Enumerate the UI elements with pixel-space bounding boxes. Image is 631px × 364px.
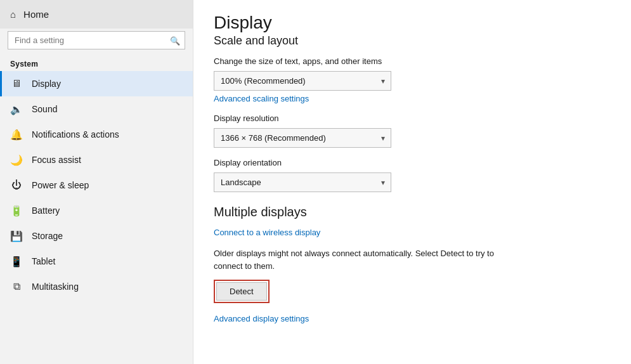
sidebar-item-power[interactable]: ⏻ Power & sleep [0, 172, 193, 198]
orientation-dropdown-wrapper: Landscape ▾ [214, 172, 391, 192]
sidebar-item-notifications-label: Notifications & actions [32, 129, 119, 140]
tablet-icon: 📱 [10, 255, 23, 268]
home-icon: ⌂ [10, 9, 16, 20]
detect-button[interactable]: Detect [216, 282, 267, 301]
sound-icon: 🔈 [10, 103, 23, 115]
detect-button-wrapper: Detect [214, 280, 270, 303]
multitasking-icon: ⧉ [10, 280, 23, 293]
sidebar-item-tablet-label: Tablet [32, 256, 55, 266]
sidebar-home-button[interactable]: ⌂ Home [0, 0, 193, 29]
scale-dropdown-wrapper: 100% (Recommended) ▾ [214, 71, 391, 91]
notifications-icon: 🔔 [10, 128, 23, 141]
sidebar-item-sound-label: Sound [32, 104, 57, 114]
sidebar-search-container: 🔍 [8, 31, 185, 49]
advanced-scaling-link[interactable]: Advanced scaling settings [214, 94, 309, 103]
display-icon: 🖥 [10, 77, 23, 90]
sidebar-item-multitasking[interactable]: ⧉ Multitasking [0, 274, 193, 299]
sidebar-section-label: System [0, 55, 193, 71]
resolution-dropdown[interactable]: 1366 × 768 (Recommended) [214, 128, 391, 148]
sidebar-item-power-label: Power & sleep [32, 180, 89, 190]
advanced-display-link[interactable]: Advanced display settings [214, 314, 309, 323]
sidebar-item-multitasking-label: Multitasking [32, 282, 79, 292]
sidebar-item-focus-label: Focus assist [32, 155, 81, 165]
sidebar-item-sound[interactable]: 🔈 Sound [0, 96, 193, 122]
scale-layout-section: Scale and layout Change the size of text… [214, 34, 611, 192]
sidebar-item-battery-label: Battery [32, 205, 60, 216]
storage-icon: 💾 [10, 230, 23, 242]
orientation-dropdown[interactable]: Landscape [214, 172, 391, 192]
sidebar-item-notifications[interactable]: 🔔 Notifications & actions [0, 122, 193, 147]
sidebar-item-display-label: Display [32, 79, 61, 89]
scale-dropdown[interactable]: 100% (Recommended) [214, 71, 391, 91]
search-icon: 🔍 [170, 36, 180, 45]
sidebar-item-battery[interactable]: 🔋 Battery [0, 198, 193, 223]
sidebar: ⌂ Home 🔍 System 🖥 Display 🔈 Sound 🔔 Noti… [0, 0, 193, 364]
page-title: Display [214, 13, 611, 33]
focus-icon: 🌙 [10, 153, 23, 166]
scale-layout-heading: Scale and layout [214, 34, 611, 48]
sidebar-item-storage[interactable]: 💾 Storage [0, 223, 193, 249]
resolution-dropdown-wrapper: 1366 × 768 (Recommended) ▾ [214, 128, 391, 148]
sidebar-item-focus[interactable]: 🌙 Focus assist [0, 147, 193, 172]
multiple-displays-section: Multiple displays Connect to a wireless … [214, 205, 611, 334]
multiple-displays-heading: Multiple displays [214, 205, 611, 219]
search-input[interactable] [8, 31, 185, 49]
sidebar-item-tablet[interactable]: 📱 Tablet [0, 249, 193, 274]
detect-info-text: Older displays might not always connect … [214, 247, 499, 272]
sidebar-home-label: Home [23, 9, 49, 20]
sidebar-item-storage-label: Storage [32, 231, 63, 241]
resolution-label: Display resolution [214, 114, 611, 123]
power-icon: ⏻ [10, 179, 23, 192]
sidebar-item-display[interactable]: 🖥 Display [0, 71, 193, 96]
connect-wireless-link[interactable]: Connect to a wireless display [214, 228, 320, 237]
orientation-label: Display orientation [214, 158, 611, 167]
battery-icon: 🔋 [10, 204, 23, 217]
scale-label: Change the size of text, apps, and other… [214, 56, 611, 66]
main-content: Display Scale and layout Change the size… [193, 0, 631, 364]
